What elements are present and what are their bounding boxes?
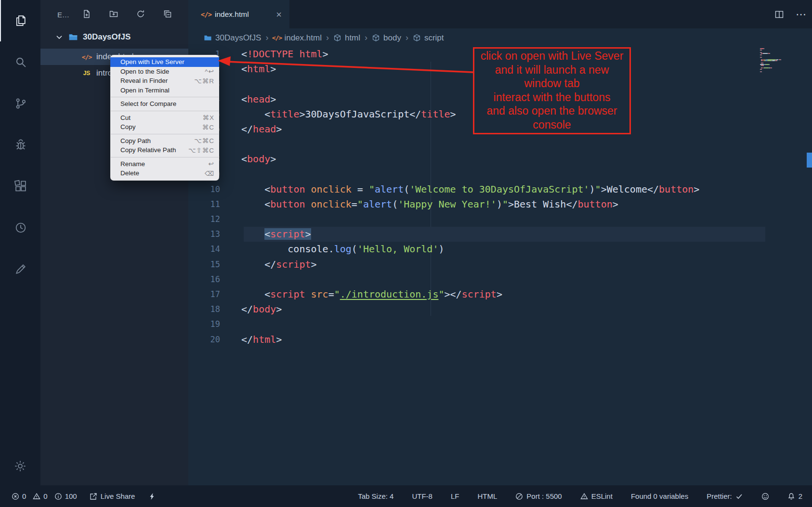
menu-item-copy[interactable]: Copy⌘C xyxy=(110,122,219,132)
menu-item-reveal-in-finder[interactable]: Reveal in Finder⌥⌘R xyxy=(110,76,219,86)
menu-item-label: Open in Terminal xyxy=(120,87,170,94)
language-indicator[interactable]: HTML xyxy=(477,492,497,500)
activity-item-search[interactable] xyxy=(0,41,40,83)
extensions-icon xyxy=(14,180,27,193)
new-file-button[interactable] xyxy=(82,9,92,20)
warning-count[interactable]: 0 xyxy=(33,492,47,500)
menu-item-label: Copy Path xyxy=(120,137,151,144)
menu-item-label: Rename xyxy=(120,160,145,168)
info-count[interactable]: 100 xyxy=(54,492,77,500)
menu-item-cut[interactable]: Cut⌘X xyxy=(110,113,219,123)
menu-item-open-in-terminal[interactable]: Open in Terminal xyxy=(110,86,219,95)
code-line-13[interactable]: 13 <script> xyxy=(188,227,812,242)
activity-bar-items xyxy=(0,0,40,290)
code-line-20[interactable]: 20</html> xyxy=(188,332,812,347)
port-indicator[interactable]: Port : 5500 xyxy=(515,492,562,500)
code-line-10[interactable]: 10 <button onclick = "alert('Welcome to … xyxy=(188,182,812,197)
code-line-17[interactable]: 17 <script src="./introduction.js"></scr… xyxy=(188,287,812,302)
smiley-icon xyxy=(761,493,769,500)
code-text: </body> xyxy=(241,302,282,317)
pen-icon xyxy=(14,262,27,276)
code-line-8[interactable]: 8<body> xyxy=(188,152,812,167)
menu-item-copy-path[interactable]: Copy Path⌥⌘C xyxy=(110,136,219,146)
source-control-icon xyxy=(14,97,27,110)
encoding-indicator[interactable]: UTF-8 xyxy=(412,492,432,500)
activity-item-run-and-debug[interactable] xyxy=(0,124,40,166)
go-live-button[interactable] xyxy=(148,493,156,500)
menu-item-delete[interactable]: Delete⌫ xyxy=(110,169,219,178)
status-left: 0 0 100 Live Share xyxy=(12,492,156,500)
activity-item-extensions[interactable] xyxy=(0,166,40,207)
breadcrumb-30DaysOfJS[interactable]: 30DaysOfJS xyxy=(204,33,261,43)
tab-index-html[interactable]: </> index.html × xyxy=(188,0,289,28)
html-icon: </> xyxy=(273,34,281,42)
code-line-7[interactable]: 7 xyxy=(188,137,812,152)
new-folder-button[interactable] xyxy=(109,9,118,20)
code-text: console.log('Hello, World') xyxy=(241,242,444,257)
activity-item-source-control[interactable] xyxy=(0,83,40,124)
breadcrumb-body[interactable]: body xyxy=(372,33,401,43)
tab-bar: </> index.html × ⋯ xyxy=(188,0,812,28)
annotation-text: click on open with Live Sever and it wil… xyxy=(481,49,624,132)
settings-button[interactable] xyxy=(13,459,27,473)
code-text: <!DOCTYPE html> xyxy=(241,47,328,62)
bolt-icon xyxy=(148,493,156,500)
code-line-11[interactable]: 11 <button onclick="alert('Happy New Yea… xyxy=(188,197,812,212)
menu-item-select-for-compare[interactable]: Select for Compare xyxy=(110,99,219,109)
breadcrumb-html[interactable]: html xyxy=(333,33,360,43)
annotation-box: click on open with Live Sever and it wil… xyxy=(473,47,631,134)
menu-separator xyxy=(111,157,219,157)
menu-item-copy-relative-path[interactable]: Copy Relative Path⌥⇧⌘C xyxy=(110,145,219,155)
code-line-14[interactable]: 14 console.log('Hello, World') xyxy=(188,242,812,257)
menu-item-shortcut: ⌥⌘R xyxy=(194,77,214,85)
code-text: </html> xyxy=(241,332,282,347)
breadcrumb-index.html[interactable]: </>index.html xyxy=(273,33,321,43)
error-count[interactable]: 0 xyxy=(12,492,26,500)
code-line-19[interactable]: 19 xyxy=(188,317,812,332)
folder-root-row[interactable]: 30DaysOfJS xyxy=(40,29,188,45)
eslint-indicator[interactable]: ESLint xyxy=(580,492,613,500)
activity-item-explorer[interactable] xyxy=(0,0,40,41)
explorer-toolbar xyxy=(82,9,172,20)
menu-separator xyxy=(111,134,219,134)
split-editor-icon[interactable] xyxy=(774,10,784,19)
eol-indicator[interactable]: LF xyxy=(451,492,459,500)
menu-item-shortcut: ^↩ xyxy=(205,67,214,75)
close-tab-icon[interactable]: × xyxy=(276,10,282,19)
prettier-indicator[interactable]: Prettier: xyxy=(707,492,743,500)
activity-item-live-annotations[interactable] xyxy=(0,248,40,290)
clock-icon xyxy=(14,221,27,234)
code-line-16[interactable]: 16 xyxy=(188,272,812,287)
collapse-all-button[interactable] xyxy=(163,9,172,20)
more-actions-icon[interactable]: ⋯ xyxy=(796,9,806,20)
menu-item-label: Open with Live Server xyxy=(120,58,184,65)
eslint-warning-icon xyxy=(580,493,588,500)
menu-separator xyxy=(111,111,219,111)
menu-item-rename[interactable]: Rename↩ xyxy=(110,159,219,169)
menu-item-open-with-live-server[interactable]: Open with Live Server xyxy=(110,57,219,67)
line-number: 18 xyxy=(188,302,220,317)
breadcrumb-script[interactable]: script xyxy=(413,33,444,43)
notifications-bell[interactable]: 2 xyxy=(787,492,802,500)
code-line-12[interactable]: 12 xyxy=(188,212,812,227)
feedback-smiley[interactable] xyxy=(761,493,769,500)
line-number: 14 xyxy=(188,242,220,257)
activity-item-history[interactable] xyxy=(0,207,40,248)
code-line-15[interactable]: 15 </script> xyxy=(188,257,812,272)
code-line-18[interactable]: 18</body> xyxy=(188,302,812,317)
scrollbar-marker[interactable] xyxy=(807,153,812,168)
refresh-button[interactable] xyxy=(136,9,145,20)
code-line-9[interactable]: 9 xyxy=(188,167,812,182)
debug-icon xyxy=(14,138,27,152)
minimap[interactable] xyxy=(760,48,804,77)
folder-icon xyxy=(204,34,212,42)
menu-item-open-to-the-side[interactable]: Open to the Side^↩ xyxy=(110,67,219,77)
live-share-button[interactable]: Live Share xyxy=(90,492,135,500)
tab-size-indicator[interactable]: Tab Size: 4 xyxy=(358,492,393,500)
prettier-label: Prettier: xyxy=(707,492,732,500)
variables-indicator[interactable]: Found 0 variables xyxy=(631,492,688,500)
js-icon: JS xyxy=(82,68,92,78)
code-text: <script> xyxy=(241,227,311,242)
line-number: 10 xyxy=(188,182,220,197)
check-icon xyxy=(735,493,743,500)
